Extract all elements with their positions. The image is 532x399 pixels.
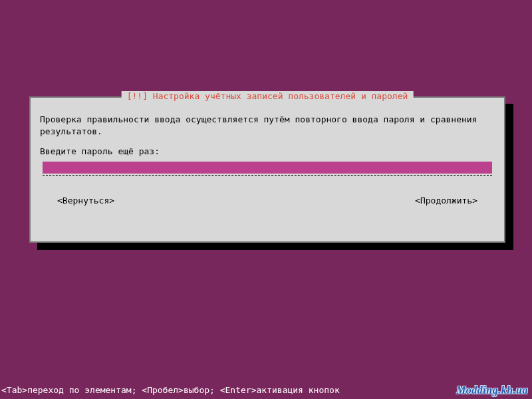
dialog-description: Проверка правильности ввода осуществляет… — [40, 114, 495, 137]
password-prompt: Введите пароль ещё раз: — [40, 146, 495, 156]
password-input[interactable] — [43, 162, 492, 174]
keyboard-hint: <Tab>переход по элементам; <Пробел>выбор… — [1, 385, 340, 395]
dialog: [!!] Настройка учётных записей пользоват… — [29, 96, 505, 243]
watermark: Modding.kh.ua — [456, 384, 528, 396]
dialog-title: [!!] Настройка учётных записей пользоват… — [122, 91, 414, 101]
title-text: Настройка учётных записей пользователей … — [153, 91, 408, 101]
password-field-wrap — [40, 162, 495, 176]
dialog-buttons: <Вернуться> <Продолжить> — [40, 196, 495, 205]
title-priority: [!!] — [127, 91, 148, 101]
continue-button[interactable]: <Продолжить> — [415, 196, 477, 205]
input-underline — [43, 175, 492, 176]
back-button[interactable]: <Вернуться> — [57, 196, 114, 205]
